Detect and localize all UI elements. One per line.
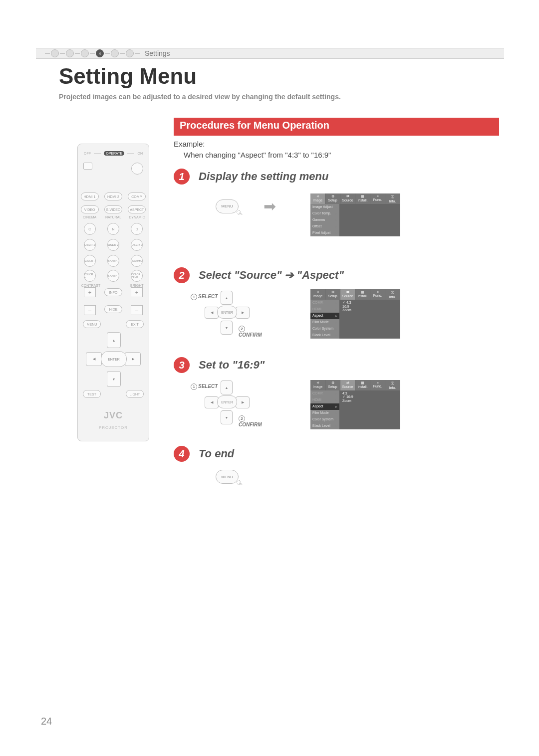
hdmi2-button[interactable]: HDMI 2: [104, 192, 122, 200]
cluster3-left[interactable]: ◀: [205, 396, 219, 408]
cluster3-up[interactable]: ▲: [221, 380, 233, 394]
comp-button[interactable]: COMP.: [128, 192, 146, 200]
colortemp-button[interactable]: COLOR TEMP: [131, 270, 143, 282]
menu-button[interactable]: MENU: [83, 320, 101, 328]
osd-row-aspect: Aspect▸: [310, 313, 339, 319]
cluster-down[interactable]: ▼: [221, 321, 233, 335]
brand-logo: JVC: [78, 410, 149, 421]
step-1-title: Display the setting menu: [199, 170, 328, 183]
cinema-button[interactable]: C: [84, 223, 96, 235]
off-label: OFF: [84, 152, 91, 155]
sharp-minus-button[interactable]: SHARP –: [107, 270, 119, 282]
brand-sub: PROJECTOR: [78, 425, 149, 430]
osd-panel-2: ☀Image ⚙Setup ⇄Source ▦Install. ≡Func. ⓘ…: [310, 289, 400, 339]
user2-button[interactable]: USER 2: [107, 239, 119, 251]
hdmi1-button[interactable]: HDMI 1: [81, 192, 99, 200]
step-3-title: Set to "16:9": [199, 359, 265, 372]
contrast-minus[interactable]: –: [84, 305, 96, 315]
page-subtitle: Projected images can be adjusted to a de…: [59, 93, 341, 101]
step-2-badge: 2: [174, 267, 190, 283]
cluster3-enter[interactable]: ENTER: [217, 395, 237, 408]
cluster-left[interactable]: ◀: [205, 307, 219, 319]
step-2-title: Select "Source" ➔ "Aspect": [199, 269, 344, 282]
cluster-up[interactable]: ▲: [221, 291, 233, 305]
color-minus-button[interactable]: COLOR –: [84, 255, 96, 267]
cluster-right[interactable]: ▶: [236, 307, 250, 319]
example-text: When changing "Aspect" from "4:3" to "16…: [184, 151, 331, 159]
video-button[interactable]: VIDEO: [81, 205, 99, 213]
finger-icon: ☟: [235, 478, 244, 489]
confirm-label-3: 2CONFIRM: [239, 415, 262, 427]
cluster3-down[interactable]: ▼: [221, 410, 233, 424]
svideo-button[interactable]: S-VIDEO: [104, 205, 122, 213]
step-4-title: To end: [199, 447, 234, 460]
confirm-label: 2CONFIRM: [239, 326, 262, 338]
gamma-button[interactable]: GAMMA: [131, 255, 143, 267]
page-number: 24: [41, 716, 52, 727]
step-1-badge: 1: [174, 169, 190, 185]
page-title: Setting Menu: [59, 64, 197, 89]
hide-button[interactable]: HIDE: [104, 305, 122, 313]
aspect-43-checked: 4:3: [342, 301, 397, 305]
dynamic-button[interactable]: D: [131, 223, 143, 235]
step-3-badge: 3: [174, 357, 190, 373]
menu-button-end[interactable]: MENU☟: [216, 470, 239, 484]
exit-button[interactable]: EXIT: [126, 320, 144, 328]
on-label: ON: [138, 152, 143, 155]
step-4-badge: 4: [174, 446, 190, 462]
enter-button[interactable]: ENTER: [101, 351, 127, 367]
breadcrumb-bar: 4 Settings: [36, 48, 504, 59]
remote-control: OFF OPERATE ON HDMI 1 HDMI 2 COMP. VIDEO…: [77, 144, 149, 441]
finger-icon: ☟: [235, 207, 244, 218]
bright-plus[interactable]: +: [131, 287, 143, 297]
color-plus-button[interactable]: COLOR +: [84, 270, 96, 282]
bright-minus[interactable]: –: [131, 305, 143, 315]
operate-label: OPERATE: [104, 151, 124, 156]
natural-button[interactable]: N: [107, 223, 119, 235]
progress-dots: 4: [45, 49, 140, 57]
test-button[interactable]: TEST: [83, 390, 101, 398]
user1-button[interactable]: USER 1: [84, 239, 96, 251]
procedures-header: Procedures for Menu Operation: [174, 118, 499, 136]
light-button[interactable]: LIGHT: [126, 390, 144, 398]
dpad-down[interactable]: ▼: [107, 371, 121, 387]
aspect-169-checked: 16:9: [342, 395, 397, 399]
menu-button-icon[interactable]: MENU☟: [216, 199, 239, 213]
dpad-right[interactable]: ▶: [125, 352, 141, 366]
on-button[interactable]: [131, 163, 143, 175]
osd-panel-1: ☀Image ⚙Setup ⇄Source ▦Install. ≡Func. ⓘ…: [310, 193, 400, 236]
off-button[interactable]: [83, 163, 92, 170]
dpad: ▲ ▼ ◀ ▶ ENTER: [86, 332, 141, 387]
sharp-plus-button[interactable]: SHARP +: [107, 255, 119, 267]
user3-button[interactable]: USER 3: [131, 239, 143, 251]
aspect-button[interactable]: ASPECT: [128, 205, 146, 213]
osd-tab-source: ⇄Source: [340, 289, 355, 300]
osd-panel-3: ☀Image ⚙Setup ⇄Source ▦Install. ≡Func. ⓘ…: [310, 380, 400, 429]
example-label: Example:: [174, 140, 205, 148]
info-button[interactable]: INFO: [104, 288, 122, 296]
dpad-up[interactable]: ▲: [107, 332, 121, 348]
arrow-right-icon: ➡: [264, 197, 276, 215]
progress-dot-active: 4: [96, 49, 104, 57]
cluster-enter[interactable]: ENTER: [217, 306, 237, 319]
dpad-left[interactable]: ◀: [86, 352, 102, 366]
breadcrumb-label: Settings: [145, 49, 170, 57]
contrast-plus[interactable]: +: [84, 287, 96, 297]
osd-tab-image: ☀Image: [310, 193, 325, 204]
cluster3-right[interactable]: ▶: [236, 396, 250, 408]
